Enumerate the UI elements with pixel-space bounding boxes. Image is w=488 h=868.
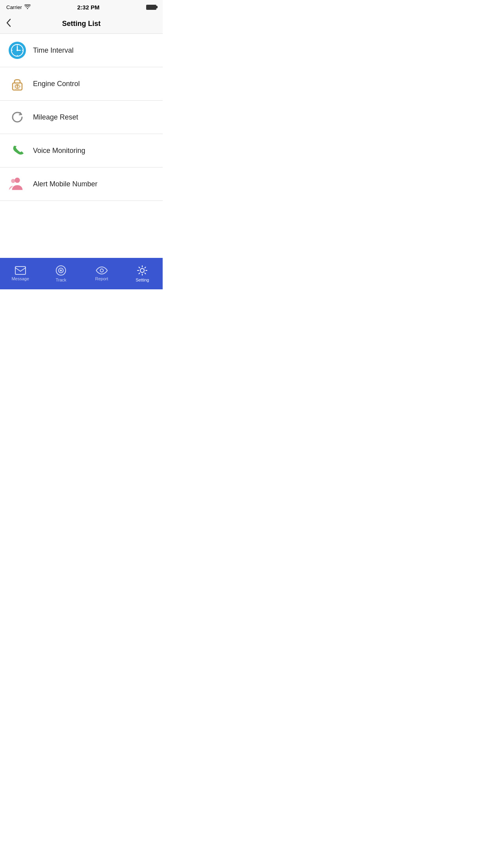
- back-button[interactable]: [6, 18, 11, 29]
- gear-icon: [137, 265, 148, 276]
- status-carrier: Carrier: [6, 4, 31, 10]
- tab-setting[interactable]: Setting: [122, 265, 163, 282]
- svg-point-5: [17, 50, 18, 51]
- svg-point-15: [15, 178, 20, 183]
- svg-point-22: [140, 268, 144, 272]
- setting-item-voice-monitoring[interactable]: Voice Monitoring: [0, 134, 163, 167]
- people-icon: [8, 175, 27, 193]
- tab-setting-label: Setting: [136, 278, 149, 282]
- wifi-icon: [24, 4, 31, 10]
- svg-point-21: [100, 269, 103, 272]
- page-title: Setting List: [62, 20, 101, 28]
- tab-bar: Message Track Report Se: [0, 258, 163, 289]
- setting-item-time-interval[interactable]: Time Interval: [0, 34, 163, 67]
- svg-rect-17: [15, 267, 26, 274]
- alert-mobile-label: Alert Mobile Number: [33, 180, 97, 188]
- tab-report-label: Report: [95, 276, 108, 281]
- tab-report[interactable]: Report: [81, 266, 122, 281]
- eye-icon: [96, 266, 108, 275]
- engine-control-label: Engine Control: [33, 80, 80, 88]
- time-interval-label: Time Interval: [33, 46, 73, 55]
- tab-message-label: Message: [11, 276, 29, 281]
- nav-header: Setting List: [0, 14, 163, 34]
- tab-track-label: Track: [56, 278, 66, 282]
- voice-monitoring-label: Voice Monitoring: [33, 147, 85, 155]
- setting-item-engine-control[interactable]: Engine Control: [0, 67, 163, 101]
- phone-icon: [8, 141, 27, 160]
- mileage-reset-label: Mileage Reset: [33, 113, 78, 121]
- setting-item-alert-mobile[interactable]: Alert Mobile Number: [0, 167, 163, 201]
- battery-icon: [146, 5, 156, 10]
- lock-icon: [8, 74, 27, 93]
- mail-icon: [15, 266, 26, 275]
- setting-item-mileage-reset[interactable]: Mileage Reset: [0, 101, 163, 134]
- tab-track[interactable]: Track: [41, 265, 82, 282]
- tab-message[interactable]: Message: [0, 266, 41, 281]
- status-time: 2:32 PM: [77, 4, 100, 11]
- clock-icon: [8, 41, 27, 60]
- refresh-icon: [8, 108, 27, 127]
- svg-point-16: [11, 179, 15, 183]
- status-battery: [146, 5, 156, 10]
- status-bar: Carrier 2:32 PM: [0, 0, 163, 14]
- track-icon: [55, 265, 66, 276]
- settings-list: Time Interval Engine Control: [0, 34, 163, 201]
- svg-point-20: [60, 270, 62, 272]
